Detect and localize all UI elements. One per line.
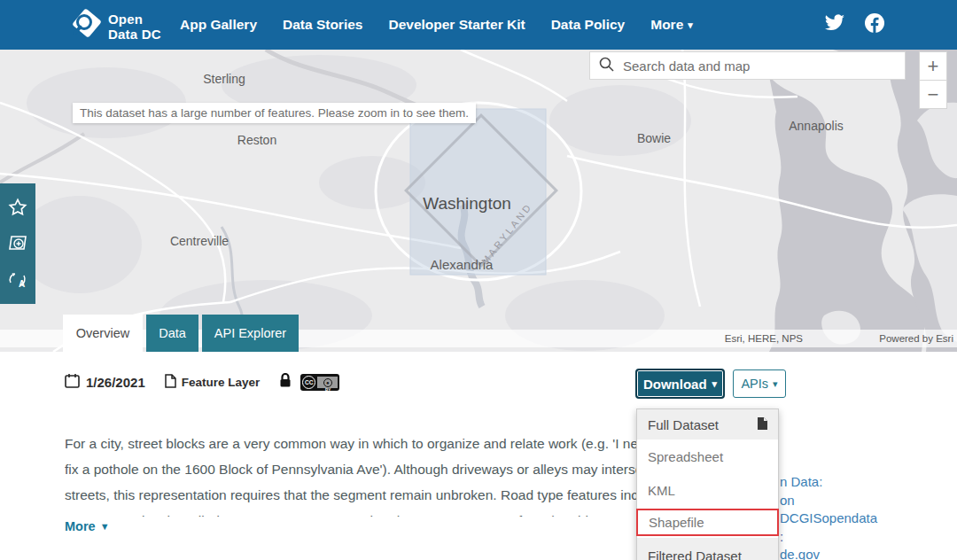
- map-label-reston: Reston: [237, 133, 276, 147]
- cc-icon: CC: [302, 376, 315, 389]
- svg-text:A: A: [19, 279, 25, 289]
- tab-overview[interactable]: Overview: [63, 315, 143, 352]
- zoom-out-button[interactable]: −: [919, 80, 947, 109]
- site-header: Open Data DC App Gallery Data Stories De…: [0, 0, 957, 50]
- dataset-updated-date: 1/26/2021: [86, 375, 145, 390]
- open-data-dc-page: Open Data DC App Gallery Data Stories De…: [0, 0, 957, 560]
- zoom-in-button[interactable]: +: [919, 51, 947, 81]
- nav-data-stories[interactable]: Data Stories: [283, 17, 362, 33]
- menu-item-filtered-dataset[interactable]: Filtered Dataset: [637, 538, 778, 560]
- search-bar: [589, 51, 906, 80]
- related-link-fragment[interactable]: :: [780, 528, 877, 547]
- cc-attribution-icon: ● BY: [317, 377, 338, 388]
- dataset-meta-row: 1/26/2021 Feature Layer CC ● BY: [65, 373, 339, 392]
- related-links-column: n Data: on DCGISopendata : de.gov: [780, 473, 877, 560]
- menu-item-shapefile-highlighted[interactable]: Shapefile: [636, 509, 779, 536]
- map-extent-highlight: [406, 109, 556, 275]
- nav-developer-starter-kit[interactable]: Developer Starter Kit: [388, 17, 525, 33]
- tab-api-explorer[interactable]: API Explorer: [202, 315, 299, 352]
- dataset-tabs: Overview Data API Explorer: [63, 315, 299, 352]
- menu-item-spreadsheet[interactable]: Spreadsheet: [637, 439, 778, 473]
- menu-item-kml[interactable]: KML: [637, 473, 778, 507]
- map-label-sterling: Sterling: [203, 72, 245, 86]
- menu-item-full-dataset[interactable]: Full Dataset: [637, 409, 778, 439]
- calendar-icon: [65, 373, 80, 392]
- logo-text: Open Data DC: [108, 12, 161, 43]
- nav-data-policy[interactable]: Data Policy: [551, 17, 626, 33]
- related-link-fragment[interactable]: on: [780, 492, 877, 510]
- cc-by-license-badge[interactable]: CC ● BY: [300, 374, 339, 391]
- translate-button[interactable]: A: [0, 262, 35, 298]
- open-data-dc-logo-icon: [69, 7, 103, 46]
- facebook-icon[interactable]: [865, 13, 884, 36]
- chevron-down-icon: ▾: [712, 379, 718, 389]
- overview-panel: 1/26/2021 Feature Layer CC ● BY Download…: [0, 352, 957, 560]
- nav-app-gallery[interactable]: App Gallery: [180, 17, 257, 33]
- map-tools-sidebar: A: [0, 183, 35, 304]
- search-input[interactable]: [623, 58, 896, 74]
- download-dropdown-menu: Full Dataset Spreadsheet KML Shapefile F…: [636, 408, 779, 560]
- search-icon: [599, 57, 614, 75]
- site-logo[interactable]: Open Data DC: [69, 7, 161, 46]
- tab-data[interactable]: Data: [146, 315, 198, 352]
- map-label-bowie: Bowie: [637, 131, 671, 145]
- download-button[interactable]: Download ▾: [635, 369, 725, 399]
- basemap[interactable]: Sterling Reston Centreville Washington A…: [0, 50, 957, 352]
- file-icon: [758, 417, 767, 432]
- related-link-fragment[interactable]: de.gov: [780, 546, 877, 560]
- related-link-fragment[interactable]: n Data:: [780, 473, 877, 492]
- map-label-centreville: Centreville: [170, 234, 229, 248]
- map-feature-notice: This dataset has a large number of featu…: [73, 103, 476, 123]
- nav-more-dropdown[interactable]: More ▾: [650, 17, 693, 33]
- feature-layer-icon: [165, 374, 176, 392]
- chevron-down-icon: ▾: [688, 20, 693, 30]
- apis-button[interactable]: APIs ▾: [733, 369, 786, 398]
- dataset-description: For a city, street blocks are a very com…: [65, 431, 682, 517]
- lock-icon: [279, 373, 292, 392]
- social-links: [824, 0, 884, 50]
- map-label-annapolis: Annapolis: [789, 119, 844, 133]
- favorite-star-button[interactable]: [0, 190, 35, 225]
- map-label-washington: Washington: [423, 194, 511, 213]
- twitter-icon[interactable]: [824, 14, 845, 35]
- basemap-button[interactable]: [0, 226, 35, 261]
- powered-by-esri: Powered by Esri: [879, 333, 953, 344]
- more-description-link[interactable]: More ▼: [65, 519, 110, 533]
- related-link-fragment[interactable]: DCGISopendata: [780, 509, 877, 528]
- main-nav: App Gallery Data Stories Developer Start…: [180, 0, 693, 50]
- chevron-down-icon: ▾: [773, 379, 778, 389]
- map-attribution: Esri, HERE, NPS: [725, 333, 804, 344]
- chevron-down-icon: ▼: [100, 521, 110, 532]
- dataset-type-label: Feature Layer: [182, 376, 261, 389]
